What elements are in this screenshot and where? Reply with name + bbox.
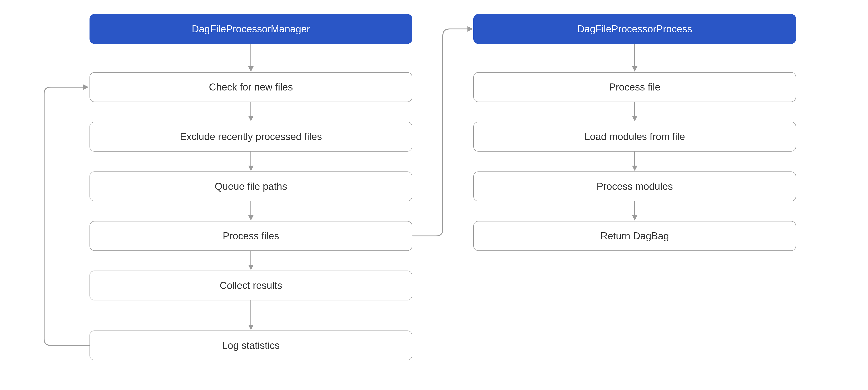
right-step-3: Return DagBag [473, 221, 796, 251]
right-header: DagFileProcessorProcess [473, 14, 796, 44]
left-step-0: Check for new files [90, 72, 412, 102]
left-step-4: Collect results [90, 271, 412, 300]
left-step-3: Process files [90, 221, 412, 251]
left-step-2: Queue file paths [90, 172, 412, 201]
left-header: DagFileProcessorManager [90, 14, 412, 44]
right-step-1: Load modules from file [473, 122, 796, 152]
right-step-2: Process modules [473, 172, 796, 201]
left-step-5: Log statistics [90, 330, 412, 360]
flow-diagram: DagFileProcessorManager Check for new fi… [0, 0, 868, 390]
right-step-0: Process file [473, 72, 796, 102]
left-step-1: Exclude recently processed files [90, 122, 412, 152]
